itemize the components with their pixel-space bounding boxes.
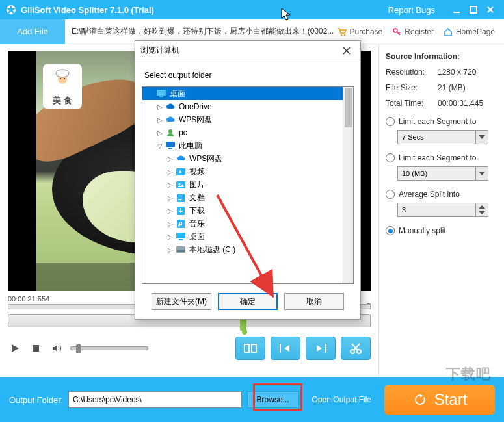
stop-button[interactable] [29,341,43,355]
split-mark-button[interactable] [235,337,265,360]
tree-node-music[interactable]: ▷音乐 [142,217,353,230]
svg-rect-23 [176,181,185,188]
volume-icon[interactable] [49,341,64,355]
set-end-button[interactable] [306,337,336,360]
purchase-link[interactable]: Purchase [337,27,383,37]
open-output-link[interactable]: Open Output File [312,395,371,404]
tree-node-wps2[interactable]: ▷WPS网盘 [142,152,353,165]
file-path-label: E:\醋溜白菜这样做，好吃到爆，还特别下饭，厨房小白都能做出来！(0002... [65,26,337,37]
chef-icon [53,68,72,87]
tree-scrollbar[interactable] [343,87,353,283]
svg-point-24 [179,183,181,185]
playback-controls [8,337,371,360]
dropdown-icon[interactable] [475,130,488,144]
cloud-icon [175,153,187,164]
add-file-button[interactable]: Add File [0,19,65,44]
radio-icon [386,117,395,126]
footer: Output Folder: Browse... Open Output Fil… [0,377,504,422]
tree-node-onedrive[interactable]: ▷OneDrive [142,100,353,113]
svg-point-3 [340,34,341,35]
desktop-icon [155,88,167,99]
start-button[interactable]: Start [384,385,495,415]
resolution-label: Resolution: [386,68,438,77]
manually-split-radio[interactable]: Manually split [386,226,497,235]
svg-rect-30 [177,220,185,228]
browse-button[interactable]: Browse... [247,391,299,408]
tree-node-localdisk[interactable]: ▷本地磁盘 (C:) [142,243,353,256]
output-folder-label: Output Folder: [9,395,63,405]
svg-point-9 [64,78,65,79]
limit-segment-size-radio[interactable]: Limit each Segment to [386,153,497,162]
home-icon [443,27,453,37]
tree-node-wps1[interactable]: ▷WPS网盘 [142,113,353,126]
tree-node-desktop[interactable]: 桌面 [142,87,353,100]
svg-rect-21 [168,148,172,149]
svg-rect-14 [325,344,326,353]
cancel-button[interactable]: 取消 [284,293,344,310]
dialog-close-button[interactable] [338,44,355,58]
register-link[interactable]: Register [391,27,434,37]
svg-rect-2 [470,6,477,13]
cloud-icon [165,101,176,112]
spinner-icon[interactable] [475,203,488,217]
average-split-radio[interactable]: Average Split into [386,190,497,199]
cut-button[interactable] [341,337,371,360]
output-folder-input[interactable] [68,391,241,408]
cart-icon [337,27,347,37]
refresh-icon [412,392,428,407]
video-overlay-badge: 美 食 [43,64,82,109]
dropdown-icon[interactable] [475,166,488,181]
folder-tree[interactable]: 桌面 ▷OneDrive ▷WPS网盘 ▷pc ▽此电脑 ▷WPS网盘 ▷视频 … [142,86,354,284]
close-button[interactable] [482,3,499,16]
svg-point-19 [168,129,172,133]
limit-segment-time-radio[interactable]: Limit each Segment to [386,117,497,126]
dialog-titlebar: 浏览计算机 [135,41,360,60]
tree-node-video[interactable]: ▷视频 [142,165,353,178]
report-bugs-link[interactable]: Report Bugs [388,5,435,15]
cloud-icon [165,114,176,125]
totaltime-value: 00:00:31.445 [438,99,497,108]
video-folder-icon [175,166,187,177]
tree-node-pc-user[interactable]: ▷pc [142,126,353,139]
new-folder-button[interactable]: 新建文件夹(M) [152,293,211,310]
titlebar: GiliSoft Video Splitter 7.1.0 (Trial) Re… [0,0,504,19]
documents-folder-icon [175,192,187,203]
dialog-prompt: Select output folder [135,60,360,86]
pictures-folder-icon [175,179,187,190]
svg-rect-11 [245,344,249,352]
tree-node-documents[interactable]: ▷文档 [142,191,353,204]
svg-point-8 [60,78,61,79]
average-split-input[interactable] [397,203,475,217]
filesize-label: File Size: [386,83,438,92]
set-start-button[interactable] [271,337,300,360]
radio-icon [386,190,395,199]
key-icon [391,27,402,37]
radio-icon [386,153,395,162]
badge-text: 美 食 [43,95,82,107]
totaltime-label: Total Time: [386,99,438,108]
tree-node-thispc[interactable]: ▽此电脑 [142,139,353,152]
radio-icon [386,226,395,235]
tree-node-pictures[interactable]: ▷图片 [142,178,353,191]
segment-size-input[interactable] [397,166,475,181]
tree-node-downloads[interactable]: ▷下载 [142,204,353,217]
svg-rect-26 [178,196,183,196]
homepage-link[interactable]: HomePage [443,27,495,37]
svg-rect-17 [157,90,166,96]
svg-point-7 [56,70,69,77]
user-icon [165,127,176,138]
svg-rect-28 [178,199,181,200]
segment-time-input[interactable] [397,130,475,144]
play-button[interactable] [8,341,22,355]
ok-button[interactable]: 确定 [218,293,278,310]
svg-rect-27 [178,198,183,198]
minimize-button[interactable] [448,3,465,16]
app-title: GiliSoft Video Splitter 7.1.0 (Trial) [21,5,388,15]
svg-rect-18 [159,96,163,97]
maximize-button[interactable] [465,3,482,16]
tree-node-desktop2[interactable]: ▷桌面 [142,230,353,243]
dialog-title: 浏览计算机 [140,45,338,56]
volume-slider[interactable] [70,346,148,350]
app-logo-icon [5,4,17,16]
computer-icon [165,140,176,151]
